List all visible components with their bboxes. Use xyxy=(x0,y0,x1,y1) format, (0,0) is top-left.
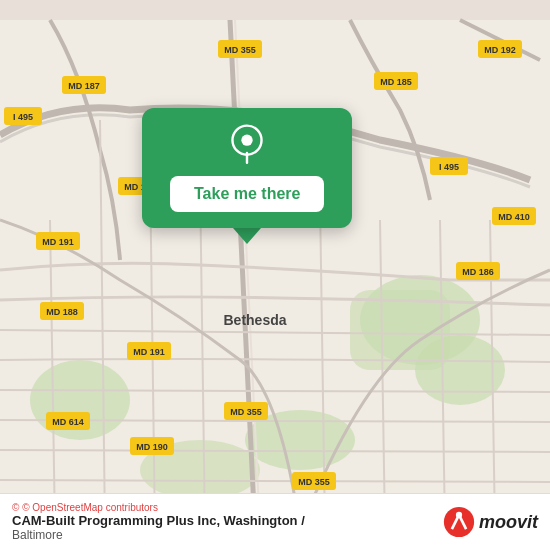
location-name: CAM-Built Programming Plus Inc, Washingt… xyxy=(12,513,305,528)
location-pin-icon xyxy=(226,124,268,166)
svg-text:Bethesda: Bethesda xyxy=(223,312,286,328)
popup-overlay: Take me there xyxy=(142,108,352,244)
take-me-there-button[interactable]: Take me there xyxy=(170,176,324,212)
svg-text:MD 187: MD 187 xyxy=(68,81,100,91)
popup-box: Take me there xyxy=(142,108,352,228)
bottom-bar: © © OpenStreetMap contributors CAM-Built… xyxy=(0,493,550,550)
popup-arrow xyxy=(233,228,261,244)
svg-text:MD 191: MD 191 xyxy=(42,237,74,247)
attribution-symbol: © xyxy=(12,502,19,513)
map-container: MD 187 MD 355 MD 192 MD 185 I 495 MD 188… xyxy=(0,0,550,550)
svg-text:MD 185: MD 185 xyxy=(380,77,412,87)
svg-text:I 495: I 495 xyxy=(439,162,459,172)
svg-text:MD 188: MD 188 xyxy=(46,307,78,317)
svg-text:MD 191: MD 191 xyxy=(133,347,165,357)
svg-text:MD 355: MD 355 xyxy=(224,45,256,55)
moovit-text: moovit xyxy=(479,512,538,533)
svg-point-43 xyxy=(456,512,462,518)
moovit-logo: moovit xyxy=(443,506,538,538)
svg-text:MD 190: MD 190 xyxy=(136,442,168,452)
attribution-text: © OpenStreetMap contributors xyxy=(22,502,158,513)
svg-point-41 xyxy=(242,135,253,146)
bottom-left: © © OpenStreetMap contributors CAM-Built… xyxy=(12,502,305,542)
svg-text:MD 355: MD 355 xyxy=(298,477,330,487)
svg-text:I 495: I 495 xyxy=(13,112,33,122)
svg-text:MD 410: MD 410 xyxy=(498,212,530,222)
moovit-icon xyxy=(443,506,475,538)
svg-text:MD 192: MD 192 xyxy=(484,45,516,55)
map-background: MD 187 MD 355 MD 192 MD 185 I 495 MD 188… xyxy=(0,0,550,550)
svg-text:MD 614: MD 614 xyxy=(52,417,84,427)
attribution: © © OpenStreetMap contributors xyxy=(12,502,305,513)
location-sub: Baltimore xyxy=(12,528,305,542)
svg-text:MD 186: MD 186 xyxy=(462,267,494,277)
svg-text:MD 355: MD 355 xyxy=(230,407,262,417)
svg-point-42 xyxy=(444,507,474,537)
